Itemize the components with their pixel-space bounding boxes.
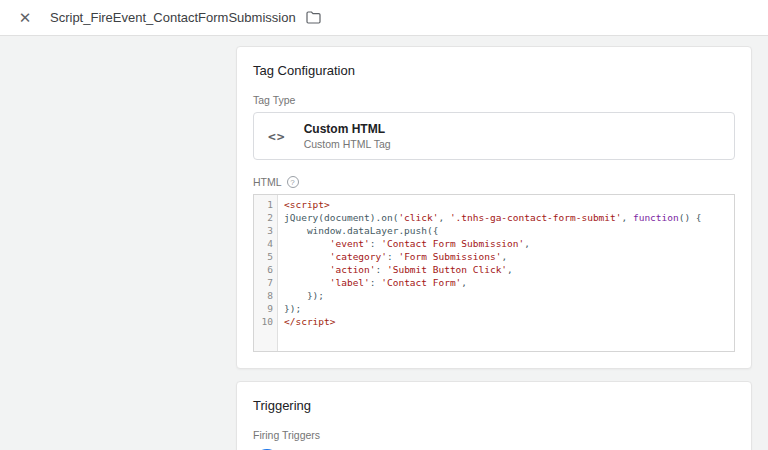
firing-triggers-label: Firing Triggers <box>253 429 735 441</box>
tag-type-description: Custom HTML Tag <box>304 138 391 150</box>
triggering-title: Triggering <box>253 398 735 413</box>
tag-type-selector[interactable]: <> Custom HTML Custom HTML Tag <box>253 112 735 160</box>
html-field-label: HTML <box>253 176 282 188</box>
close-icon[interactable]: ✕ <box>14 7 36 29</box>
main-content: Tag Configuration Tag Type <> Custom HTM… <box>0 36 768 450</box>
html-code-editor[interactable]: 12345678910 <script>jQuery(document).on(… <box>253 194 735 352</box>
tag-configuration-title: Tag Configuration <box>253 63 735 78</box>
code-lines: <script>jQuery(document).on('click', '.t… <box>278 195 734 351</box>
top-header-bar: ✕ Script_FireEvent_ContactFormSubmission <box>0 0 768 36</box>
tag-title: Script_FireEvent_ContactFormSubmission <box>50 10 296 25</box>
tag-type-label: Tag Type <box>253 94 735 106</box>
help-icon[interactable]: ? <box>287 176 299 188</box>
triggering-card: Triggering Firing Triggers DocumentReady… <box>236 381 752 450</box>
tag-configuration-card: Tag Configuration Tag Type <> Custom HTM… <box>236 46 752 369</box>
folder-icon[interactable] <box>306 11 321 24</box>
code-brackets-icon: <> <box>268 129 286 144</box>
code-gutter: 12345678910 <box>254 195 278 351</box>
tag-type-name: Custom HTML <box>304 122 391 136</box>
